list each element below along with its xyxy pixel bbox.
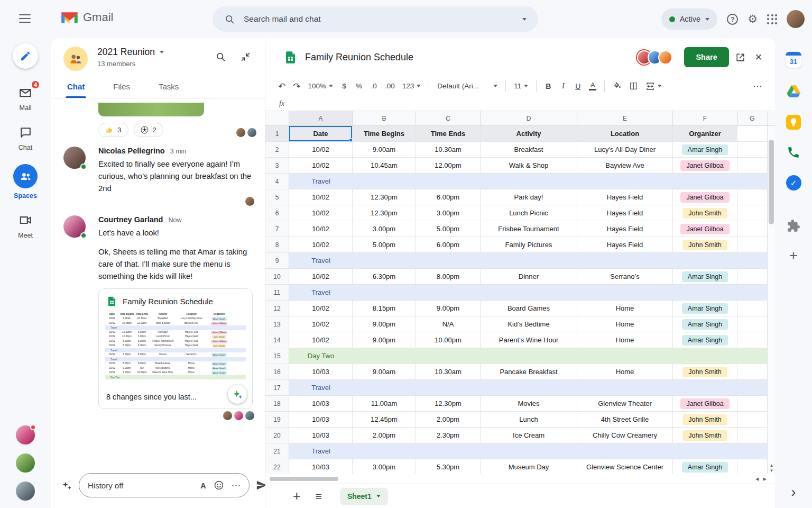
row-header-6[interactable]: 6 — [265, 205, 289, 221]
message-list[interactable]: 3 2 Ni — [51, 98, 265, 467]
cell-F16[interactable]: John Smith — [673, 364, 737, 380]
drive-icon[interactable] — [786, 84, 801, 99]
settings-icon[interactable]: ⚙ — [748, 13, 758, 25]
cell-A19[interactable]: 10/03 — [289, 412, 353, 428]
tasks-icon[interactable]: ✓ — [786, 175, 801, 190]
collaborator-avatar[interactable] — [658, 50, 672, 65]
cell-E18[interactable]: Glenview Theater — [577, 396, 673, 412]
cell-C22[interactable]: 5.30pm — [416, 459, 481, 474]
cell-D22[interactable]: Museum Day — [481, 459, 577, 474]
compose-button[interactable] — [13, 43, 38, 69]
scroll-up-icon[interactable]: ▴ — [770, 462, 773, 468]
cell-E16[interactable]: Home — [577, 364, 673, 380]
share-button[interactable]: Share — [684, 47, 728, 67]
cell-F10[interactable]: Amar Singh — [673, 269, 737, 285]
cell-G8[interactable] — [737, 237, 767, 253]
more-toolbar-icon[interactable]: ⋯ — [750, 79, 765, 94]
cell-G7[interactable] — [737, 221, 767, 237]
increase-decimal-button[interactable]: .00 — [382, 79, 398, 94]
row-header-16[interactable]: 16 — [265, 364, 289, 380]
cell-E12[interactable]: Home — [577, 301, 673, 316]
close-icon[interactable]: ✕ — [755, 52, 762, 62]
cell-F5[interactable]: Janet Gilboa — [673, 189, 737, 205]
cell-A10[interactable]: 10/02 — [289, 269, 353, 285]
cell-A1[interactable]: Date — [289, 126, 353, 142]
emoji-icon[interactable] — [214, 480, 224, 491]
row-header-20[interactable]: 20 — [265, 428, 289, 443]
row-header-12[interactable]: 12 — [265, 301, 289, 316]
cell-B19[interactable]: 12.45pm — [353, 412, 416, 428]
row-header-22[interactable]: 22 — [265, 459, 289, 474]
cell-merged-4[interactable]: Travel — [289, 174, 767, 189]
cell-E2[interactable]: Lucy’s All-Day Diner — [577, 142, 673, 158]
sheets-attachment-card[interactable]: Family Reunion Schedule DateTime BeginsT… — [98, 288, 253, 409]
cell-F20[interactable]: John Smith — [673, 428, 737, 443]
cell-D14[interactable]: Parent’s Wine Hour — [481, 332, 577, 348]
cell-C10[interactable]: 8.00pm — [416, 269, 481, 285]
fill-color-icon[interactable] — [610, 79, 625, 94]
cell-C16[interactable]: 10.30am — [416, 364, 481, 380]
cell-D10[interactable]: Dinner — [481, 269, 577, 285]
cell-B20[interactable]: 2.00pm — [353, 428, 416, 443]
cell-E5[interactable]: Hayes Field — [577, 189, 673, 205]
redo-icon[interactable]: ↷ — [290, 79, 303, 94]
scroll-left-icon[interactable]: ◂ — [755, 475, 759, 483]
row-header-17[interactable]: 17 — [265, 380, 289, 396]
cell-D7[interactable]: Frisbee Tournament — [481, 221, 577, 237]
addon-icon[interactable] — [787, 219, 800, 233]
cell-E1[interactable]: Location — [577, 126, 673, 142]
row-header-13[interactable]: 13 — [265, 316, 289, 332]
message-input-pill[interactable]: A ⋯ — [79, 473, 250, 497]
cell-E8[interactable]: Hayes Field — [577, 237, 673, 253]
cell-C8[interactable]: 6.00pm — [416, 237, 481, 253]
cell-A14[interactable]: 10/02 — [289, 332, 353, 348]
row-header-7[interactable]: 7 — [265, 221, 289, 237]
cell-C7[interactable]: 5.00pm — [416, 221, 481, 237]
scroll-down-icon[interactable]: ▾ — [770, 468, 773, 473]
cell-C20[interactable]: 2.30pm — [416, 428, 481, 443]
cell-B12[interactable]: 8.15pm — [353, 301, 416, 316]
cell-C12[interactable]: 9.00pm — [416, 301, 481, 316]
cell-G22[interactable] — [737, 459, 767, 474]
cell-D2[interactable]: Breakfast — [481, 142, 577, 158]
column-header-C[interactable]: C — [416, 111, 481, 125]
cell-D20[interactable]: Ice Cream — [481, 428, 577, 443]
vertical-scrollbar[interactable]: ▴ ▾ — [767, 126, 775, 474]
cell-D12[interactable]: Board Games — [481, 301, 577, 316]
cell-E20[interactable]: Chilly Cow Creamery — [577, 428, 673, 443]
cell-D8[interactable]: Family Pictures — [481, 237, 577, 253]
cell-G1[interactable] — [737, 126, 767, 142]
horizontal-scroll-thumb[interactable] — [270, 477, 338, 481]
format-percent-button[interactable]: % — [352, 79, 366, 94]
recent-contact-avatar[interactable] — [16, 453, 35, 473]
sheet-tab[interactable]: Sheet1 — [340, 488, 388, 505]
cell-G14[interactable] — [737, 332, 767, 348]
cell-C2[interactable]: 10.30am — [416, 142, 481, 158]
cell-B18[interactable]: 11.00am — [353, 396, 416, 412]
chat-search-icon[interactable] — [215, 51, 226, 62]
get-addons-button[interactable]: + — [789, 249, 798, 263]
row-header-18[interactable]: 18 — [265, 396, 289, 412]
row-header-14[interactable]: 14 — [265, 332, 289, 348]
add-sheet-button[interactable]: + — [293, 489, 301, 503]
tab-tasks[interactable]: Tasks — [157, 75, 180, 98]
all-sheets-icon[interactable]: ≡ — [316, 490, 322, 503]
cell-D16[interactable]: Pancake Breakfast — [481, 364, 577, 380]
keep-icon[interactable] — [786, 115, 801, 130]
profile-avatar[interactable] — [787, 10, 805, 28]
cell-A20[interactable]: 10/03 — [289, 428, 353, 443]
bold-button[interactable]: B — [541, 79, 555, 94]
recent-contact-avatar[interactable] — [16, 482, 35, 501]
cell-G6[interactable] — [737, 205, 767, 221]
reaction-thumbs-up[interactable]: 3 — [98, 123, 128, 137]
row-header-1[interactable]: 1 — [265, 126, 289, 142]
more-options-icon[interactable]: ⋯ — [232, 480, 241, 491]
cell-B5[interactable]: 12.30pm — [353, 189, 416, 205]
row-header-4[interactable]: 4 — [265, 174, 289, 189]
search-bar[interactable]: Search mail and chat — [213, 6, 538, 32]
text-color-button[interactable]: A — [586, 79, 599, 94]
cell-F22[interactable]: Amar Singh — [673, 459, 737, 474]
row-header-2[interactable]: 2 — [265, 142, 289, 158]
expand-side-panel-icon[interactable]: › — [791, 485, 796, 500]
decrease-decimal-button[interactable]: .0 — [367, 79, 381, 94]
